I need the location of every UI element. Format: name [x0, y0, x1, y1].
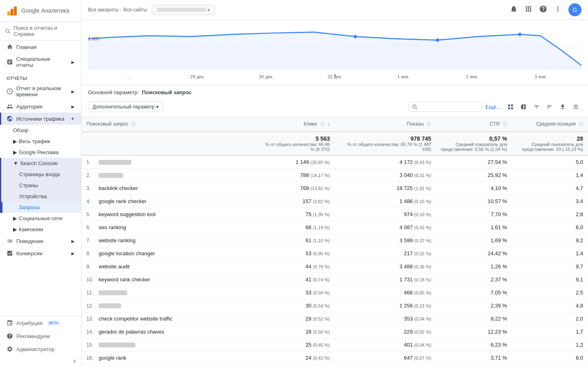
avgpos-val-1: 1,4: [576, 172, 583, 178]
sidebar-item-ves-trafik[interactable]: ▶ Весь трафик: [0, 136, 81, 147]
table-icon-grid[interactable]: [505, 101, 516, 113]
table-icon-sort[interactable]: [544, 101, 555, 113]
table-row: 2.788 (14,17 %)3 040 (0,31 %)25,92 %1,4: [82, 169, 588, 182]
sidebar-item-special[interactable]: Специальные отчеты ▶: [0, 53, 81, 71]
row-num-14: 15.: [86, 342, 96, 348]
sidebar-item-rekomenduem[interactable]: Рекомендуем: [0, 329, 81, 343]
query-text-8: website audit: [99, 263, 130, 270]
sidebar-item-ustrojstva[interactable]: Устройства: [1, 191, 81, 202]
cell-query-9: 10.keyword rank checker: [82, 273, 259, 286]
sidebar-item-istochniki[interactable]: Источники трафика ▼: [0, 113, 81, 125]
shows-pct-8: (0,36 %): [414, 264, 431, 269]
shows-pct-11: (0,13 %): [414, 303, 431, 308]
notification-icon[interactable]: [510, 5, 518, 15]
povedenie-expand-icon: ▶: [71, 239, 75, 243]
sidebar-logo[interactable]: Google Аналитика: [7, 5, 69, 16]
audience-expand-icon: ▶: [71, 104, 75, 109]
svg-rect-2: [14, 7, 17, 15]
cell-ctr-15: 3,71 %: [436, 352, 512, 365]
cell-clicks-3: 157 (2,82 %): [259, 195, 335, 208]
administrator-icon: [7, 346, 13, 352]
sidebar-item-zaprosy[interactable]: Запросы: [1, 202, 81, 213]
table-icon-more[interactable]: [570, 101, 581, 113]
date-selector[interactable]: ▾: [152, 5, 215, 15]
chart-dropdown-indicator[interactable]: ▾: [334, 73, 336, 77]
table-search-box[interactable]: [408, 102, 482, 112]
sidebar-item-socialnye-seti[interactable]: ▶ Социальные сети: [0, 213, 81, 224]
ctr-val-4: 7,70 %: [491, 211, 507, 217]
primary-param-row: Основной параметр: Поисковый запрос: [82, 85, 588, 97]
cell-avgpos-9: 9,1: [512, 273, 588, 286]
sidebar-item-administrator[interactable]: Администратор: [0, 343, 81, 356]
clicks-pct-9: (0,74 %): [313, 277, 330, 282]
clicks-pct-6: (1,10 %): [313, 238, 330, 243]
breadcrumb-all-accounts[interactable]: Все аккаунты: [88, 7, 119, 13]
grid-icon[interactable]: [524, 5, 533, 15]
collapse-sidebar-btn[interactable]: [0, 356, 81, 367]
cell-avgpos-7: 1,4: [512, 247, 588, 260]
svg-rect-0: [7, 11, 10, 15]
secondary-param-btn[interactable]: Дополнительный параметр ▾: [88, 102, 163, 112]
col-header-ctr[interactable]: CTR ⓘ: [436, 117, 512, 132]
sidebar-item-realtime[interactable]: Отчет в реальномвремени ▶: [0, 82, 81, 100]
sidebar-item-obzor[interactable]: Обзор: [0, 125, 81, 136]
cell-avgpos-15: 8,0: [512, 352, 588, 365]
breadcrumb-all-sites[interactable]: Все сайты: [124, 7, 147, 13]
sidebar-search[interactable]: Поиск в отчетах и Справке: [0, 22, 81, 41]
col-header-query[interactable]: Поисковый запрос ⓘ: [82, 117, 259, 132]
shows-pct-7: (0,02 %): [414, 251, 431, 256]
avgpos-val-14: 1,2: [576, 342, 583, 348]
cell-avgpos-13: 1,7: [512, 325, 588, 338]
col-header-avg-pos[interactable]: Средняя позиция ⓘ: [512, 117, 588, 132]
sidebar-item-atribuciya[interactable]: Атрибуция BETA: [0, 316, 81, 329]
sidebar-item-audience[interactable]: Аудитория ▶: [0, 100, 81, 113]
clicks-val-7: 53: [305, 250, 311, 256]
totals-ctr: 0,57 % Средний показатель для представле…: [436, 132, 512, 155]
cell-avgpos-3: 3,4: [512, 195, 588, 208]
sidebar-item-administrator-label: Администратор: [16, 346, 55, 352]
clicks-val-12: 29: [305, 316, 311, 322]
sidebar-item-obzor-label: Обзор: [13, 127, 29, 133]
totals-avgpos-value: 28: [517, 135, 583, 142]
table-search-icon: [412, 104, 418, 110]
cell-clicks-8: 44 (0,79 %): [259, 260, 335, 273]
search-console-expand: ▼: [13, 160, 18, 166]
table-icon-filter[interactable]: [531, 101, 542, 113]
cell-ctr-10: 7,05 %: [436, 286, 512, 299]
table-toolbar: Дополнительный параметр ▾ Ещё...: [82, 97, 588, 117]
totals-clicks-note: % от общего количества: 66,46 % (8 370): [264, 142, 330, 152]
blurred-query-1: [99, 173, 123, 178]
sidebar-item-search-console[interactable]: ▼ Search Console: [1, 158, 81, 169]
shows-val-4: 974: [404, 211, 413, 217]
sidebar-item-kampanii[interactable]: ▶ Кампании: [0, 224, 81, 235]
clicks-val-5: 66: [305, 224, 311, 230]
col-header-shows[interactable]: Показы ⓘ: [335, 117, 436, 132]
shows-pct-0: (0,43 %): [414, 160, 431, 165]
table-icon-pie[interactable]: [518, 101, 529, 113]
sidebar-item-home[interactable]: Главная: [0, 41, 81, 53]
shows-val-13: 229: [404, 329, 413, 335]
table-icon-download[interactable]: [557, 101, 568, 113]
ctr-val-7: 24,42 %: [488, 250, 507, 256]
help-icon[interactable]: [539, 5, 547, 15]
more-vert-icon[interactable]: [554, 5, 562, 15]
sidebar-item-stranicy-vhoda[interactable]: Страницы входа: [1, 169, 81, 180]
breadcrumb: Все аккаунты › Все сайты: [88, 7, 147, 13]
table-row: 12.30 (0,54 %)1 256 (0,13 %)2,39 %4,8: [82, 299, 588, 312]
totals-avgpos-note: Средний показатель для представления: 33…: [517, 142, 583, 152]
sidebar-item-povedenie[interactable]: Поведение ▶: [0, 235, 81, 247]
query-text-15: google rank: [99, 355, 126, 361]
sidebar-item-konversii[interactable]: Конверсии ▶: [0, 247, 81, 259]
sidebar-item-google-reklama[interactable]: ▶ Google Реклама: [0, 147, 81, 158]
shows-pct-3: (0,15 %): [414, 199, 431, 204]
shows-val-1: 3 040: [400, 172, 413, 178]
primary-param-value: Поисковый запрос: [142, 89, 192, 95]
sidebar-item-strany[interactable]: Страны: [1, 180, 81, 191]
col-header-clicks[interactable]: Клики ⓘ ↓: [259, 117, 335, 132]
avatar[interactable]: G: [568, 3, 581, 16]
esche-btn[interactable]: Ещё...: [483, 102, 503, 112]
query-text-9: keyword rank checker: [99, 276, 150, 283]
cell-avgpos-16: 9,2: [512, 365, 588, 367]
cell-ctr-4: 7,70 %: [436, 208, 512, 221]
table-row: 10.keyword rank checker41 (0,74 %)1 731 …: [82, 273, 588, 286]
